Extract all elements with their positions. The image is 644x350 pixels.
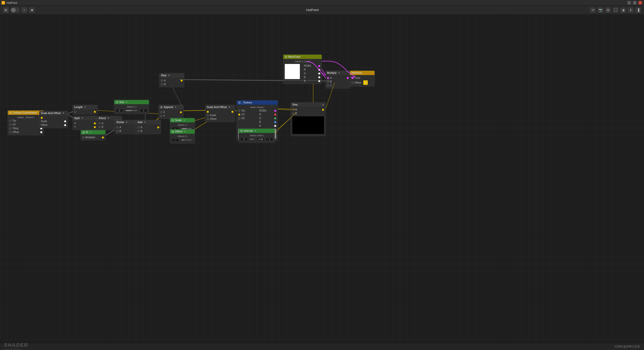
maximize-button[interactable]: □ [633,1,636,5]
info-button[interactable]: ℹ [628,7,633,13]
toolbar: ⊞ ○ ■ HotPoint ⇗ 📷 ⧉ ⛶ ◑ ℹ ▐ [0,6,644,15]
node-body: A B [291,107,326,136]
dropdown-icon[interactable]: ▼ [84,106,86,108]
node-row-scale: Scale [39,119,68,123]
node-title: Texture Coordinates [13,111,37,114]
size-node[interactable]: ≡ Size ▼ Value( 1 ) 0 1 [114,100,149,114]
port-offset-in [351,82,353,84]
fullscreen-button[interactable]: ⛶ [613,7,618,13]
step-node-right[interactable]: Step ▲ A B [291,102,326,136]
dropdown-icon[interactable]: ▼ [338,72,340,74]
node-title: Step [161,74,167,77]
step-node-left[interactable]: Step ▼ A B [159,73,184,87]
bottom-bar-left: SHADER Heku/HotPoint [4,342,28,350]
label-a: A [164,79,166,82]
port-a-in [116,126,118,128]
shader-path: Heku/HotPoint [4,348,28,350]
offset-slider[interactable] [182,139,192,141]
label-scale: Scale [41,120,47,123]
node-header: Length ▼ [73,105,97,109]
port-tiling-in [9,127,11,129]
node-title: HotPoint [351,72,362,74]
close-button[interactable]: ✕ [638,1,642,5]
minimize-button[interactable]: ─ [627,1,631,5]
node-icon: ≡ [240,130,243,132]
size-slider[interactable] [126,110,137,111]
share-button[interactable]: ⇗ [590,7,596,13]
add-node[interactable]: Add ▼ A B [136,120,161,134]
node-body: Scale Offset [39,115,68,128]
dropdown-icon[interactable]: ▼ [81,117,83,119]
slider-row: 0 1 [114,108,149,113]
dropdown-icon[interactable]: ▼ [144,121,146,123]
node-title: Size [119,101,124,103]
label-a: A [102,122,103,125]
node-row-b: B [258,120,278,124]
camera-button[interactable]: 📷 [598,7,603,13]
globe-button[interactable]: ◑ [620,7,626,13]
dropdown-icon[interactable]: ▲ [322,103,324,106]
node-body: Scale Offset [205,109,235,122]
dropdown-icon[interactable]: ▼ [90,131,92,133]
overlay-connections [0,15,644,343]
dropdown-icon[interactable]: ▼ [62,112,64,114]
dropdown-icon[interactable]: ▼ [175,106,177,108]
port-in [207,111,209,113]
node-header: Split ▼ [73,116,97,120]
node-header: HotPoint [350,71,375,75]
interval-node[interactable]: ≡ Interval ▼ Value( 0.009 ) 0 0.08 1 [238,128,275,143]
dropdown-icon[interactable]: ▼ [107,117,109,119]
color-preview [285,64,300,79]
layout-button[interactable]: ⧉ [605,7,611,13]
node-icon: ≡ [285,56,287,58]
hotpoint-node[interactable]: HotPoint Color Offset ⬇ [350,71,375,87]
label-b: B [295,112,297,115]
dropdown-icon[interactable]: ▼ [184,130,186,133]
length-node[interactable]: Length ▼ [72,105,98,115]
label-a: A [141,126,142,129]
dropdown-icon[interactable]: ▼ [126,101,128,103]
window-controls[interactable]: ─ □ ✕ [627,1,644,5]
node-row-a: A [258,124,278,128]
dropdown-icon[interactable]: ▼ [126,121,128,123]
node-title: Add [138,121,142,124]
dropdown-icon[interactable]: ▼ [254,130,256,132]
scale-offset-node-1[interactable]: Scale And Offset ▼ Scale Offset [39,111,68,128]
node-body: Value( 1,1,1,0 ) RGBA R G [283,59,322,84]
circle-button[interactable]: ○ [22,7,27,13]
dropdown-icon[interactable]: ▼ [183,119,185,121]
slider-fill [182,139,184,141]
node-body: A B [136,124,161,134]
grid-button[interactable]: ⊞ [3,7,9,13]
square-button[interactable]: ■ [29,7,35,13]
append-node[interactable]: ≡ Append ▼ X Y [158,105,184,119]
port-b-out [274,121,276,123]
dropdown-icon[interactable]: ▼ [228,106,230,108]
node-title: Scale And Offset [207,106,227,109]
port-b-in [99,126,101,128]
node-body [73,109,97,114]
interval-slider[interactable] [250,139,255,140]
node-title: ATan2 [99,117,106,120]
sidebar-button[interactable]: ▐ [635,7,641,13]
canvas-area[interactable]: ≡ Texture Coordinates ▼ Value( _Texture … [0,15,644,343]
slider-max: 1 [266,137,273,141]
main-color-node[interactable]: ≡ MainColor Value( 1,1,1,0 ) RGBA R [283,54,322,84]
split-node[interactable]: Split ▼ X Y [72,116,98,130]
port-offset-out [40,131,42,133]
toggle-button[interactable] [11,7,20,13]
pi-node[interactable]: ≡ Pi ▼ Multiplier [80,130,106,141]
step-preview [292,116,324,134]
multiply-node[interactable]: Multiply ▼ A B C [325,71,350,89]
offset-value-node[interactable]: ≡ Offset ▼ Value( 0 ) ─ [170,129,195,144]
node-subtitle: Value( 1 ) [170,123,195,126]
node-title: Pi [86,131,88,134]
node-row-c: C [326,84,350,87]
texture-coordinates-node[interactable]: ≡ Texture Coordinates ▼ Value( _Texture … [8,110,44,135]
port-tex-in [9,120,11,122]
scale-offset-node-2[interactable]: Scale And Offset ▼ Scale Offset [205,105,235,122]
node-row-g: G [258,116,278,120]
node-icon: ≡ [9,112,12,114]
dropdown-icon[interactable]: ▼ [168,74,170,77]
node-row-uv: UV [237,113,257,116]
